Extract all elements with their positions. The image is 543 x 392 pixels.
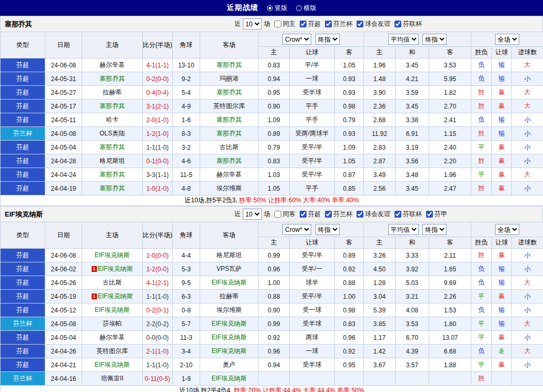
- league-checkbox[interactable]: [357, 211, 363, 218]
- score-cell: 0-1(0-0): [143, 154, 173, 168]
- focus-team-name: 塞那乔其: [216, 61, 242, 68]
- col-score: 比分(半场): [143, 222, 173, 249]
- handicap-result-cell: 输: [492, 317, 512, 331]
- odds-cell: 1.03: [259, 168, 290, 182]
- odds-cell: 2.11: [429, 249, 471, 262]
- odds-cell: 0.92: [335, 262, 364, 276]
- handicap-result-cell: 赢: [492, 141, 512, 154]
- league-filter[interactable]: 芬兰杯: [321, 210, 352, 219]
- odds-cell: 6.68: [429, 345, 471, 358]
- league-checkbox[interactable]: [325, 211, 332, 218]
- league-filter[interactable]: 芬甲: [422, 210, 447, 219]
- team-name: 拉赫蒂: [220, 292, 239, 300]
- corners-cell: 3-2: [173, 141, 200, 154]
- odds-cell: 0.79: [259, 141, 290, 154]
- handicap-result-cell: 赢: [492, 358, 512, 372]
- odds-cell: 3.33: [396, 249, 429, 262]
- home-team-cell: 英特图尔库: [82, 345, 143, 358]
- date-cell: 24-04-26: [45, 345, 82, 358]
- league-checkbox[interactable]: [357, 21, 363, 27]
- bookmaker-select[interactable]: Crow*: [282, 34, 311, 45]
- same-venue-filter[interactable]: 同客: [270, 210, 295, 219]
- odds-cell: 0.88: [335, 276, 364, 290]
- league-filter[interactable]: 球会友谊: [352, 19, 390, 28]
- same-venue-filter[interactable]: 同主: [270, 19, 295, 28]
- layout-option-vertical[interactable]: 竖版: [267, 4, 288, 13]
- odds-cell: 3.48: [396, 168, 429, 182]
- league-filter[interactable]: 芬兰杯: [321, 19, 352, 28]
- summary-row: 近10场,胜5平2负3, 胜率:50% 让胜率:60% 大率:40% 单率:40…: [1, 195, 543, 206]
- odds-cell: 0.95: [259, 86, 290, 100]
- league-filter[interactable]: 芬超: [295, 210, 321, 219]
- date-cell: 24-05-11: [45, 113, 82, 127]
- full-match-select[interactable]: 全场: [495, 34, 519, 45]
- avg-final-select[interactable]: 终指: [422, 224, 447, 235]
- away-team-cell: 塞那乔其: [200, 154, 259, 168]
- score-cell: 4-1(2-1): [143, 276, 173, 290]
- col-home: 主场: [82, 32, 143, 58]
- goals-result-cell: 大: [512, 58, 543, 72]
- final-odds-select[interactable]: 终指: [315, 34, 340, 45]
- layout-option-horizontal[interactable]: 横版: [296, 4, 317, 13]
- same-venue-label: 同客: [283, 210, 295, 219]
- col-date: 日期: [45, 222, 82, 249]
- same-venue-checkbox[interactable]: [274, 211, 281, 218]
- match-row: 芬超24-04-24塞那乔其3-3(1-1)11-5赫尔辛基1.03受平/半0.…: [1, 168, 543, 182]
- corners-cell: 5-7: [173, 317, 200, 331]
- odds-cell: 0.90: [259, 303, 290, 317]
- bookmaker-odds-header: Crow* 终指: [259, 32, 364, 47]
- team-name: 坦佩雷II: [101, 375, 124, 382]
- league-checkbox[interactable]: [394, 211, 401, 218]
- odds-cell: [429, 372, 471, 386]
- odds-cell: 1.48: [364, 72, 396, 86]
- odds-cell: 2.40: [429, 141, 471, 154]
- col-corner: 角球: [173, 222, 200, 249]
- league-filter[interactable]: 球会友谊: [352, 210, 390, 219]
- team-name: 埃尔维斯: [216, 306, 242, 313]
- date-cell: 24-04-16: [45, 372, 82, 386]
- odds-cell: 平手: [290, 182, 335, 195]
- league-checkbox[interactable]: [394, 21, 401, 27]
- odds-cell: 3.49: [364, 168, 396, 182]
- league-filter[interactable]: 芬联杯: [390, 210, 422, 219]
- match-count-select[interactable]: 10: [243, 209, 262, 220]
- home-team-cell: 赫尔辛基: [82, 58, 143, 72]
- corners-cell: 5-4: [173, 86, 200, 100]
- league-filter[interactable]: 芬超: [295, 19, 321, 28]
- average-select[interactable]: 平均值: [388, 34, 419, 45]
- league-checkbox[interactable]: [300, 211, 307, 218]
- matches-body: 芬超24-06-08赫尔辛基4-1(1-1)13-10塞那乔其0.83平/半1.…: [1, 58, 543, 195]
- avg-final-select[interactable]: 终指: [422, 34, 447, 45]
- league-cell: 芬超: [1, 113, 45, 127]
- score-cell: 0-11(0-5): [143, 372, 173, 386]
- league-checkbox[interactable]: [325, 21, 332, 27]
- goals-result-cell: 小: [512, 113, 543, 127]
- league-checkbox[interactable]: [300, 21, 307, 27]
- full-match-select[interactable]: 全场: [495, 224, 519, 235]
- goals-result-cell: 小: [512, 358, 543, 372]
- league-label: 球会友谊: [365, 210, 390, 219]
- corners-cell: 8-3: [173, 127, 200, 141]
- summary-row: 近10场,胜2平4负4, 胜率:20% 让胜率:44.4% 大率:44.4% 单…: [1, 386, 543, 392]
- home-team-cell: 塞那乔其: [82, 141, 143, 154]
- summary-record: 近10场,胜5平2负3,: [185, 197, 239, 204]
- goals-result-cell: 大: [512, 86, 543, 100]
- final-odds-select[interactable]: 终指: [315, 224, 340, 235]
- result-cell: 负: [471, 303, 492, 317]
- home-team-cell: 莎埃帕: [82, 317, 143, 331]
- league-checkbox[interactable]: [426, 211, 433, 218]
- odds-cell: 1.17: [364, 331, 396, 345]
- match-count-select[interactable]: 10: [243, 18, 262, 30]
- match-row: 芬超24-06-021EIF埃克纳斯1-2(0-0)5-3VPS瓦萨0.96受半…: [1, 262, 543, 276]
- same-venue-checkbox[interactable]: [274, 21, 281, 27]
- corners-cell: 9-2: [173, 72, 200, 86]
- odds-cell: 0.89: [335, 249, 364, 262]
- league-filter[interactable]: 芬联杯: [390, 19, 422, 28]
- col-result: 胜负: [471, 237, 492, 249]
- handicap-result-cell: 走: [492, 345, 512, 358]
- corners-cell: 4-4: [173, 249, 200, 262]
- average-select[interactable]: 平均值: [388, 224, 419, 235]
- bookmaker-select[interactable]: Crow*: [282, 224, 311, 235]
- result-cell: 负: [471, 72, 492, 86]
- away-team-cell: 埃尔维斯: [200, 182, 259, 195]
